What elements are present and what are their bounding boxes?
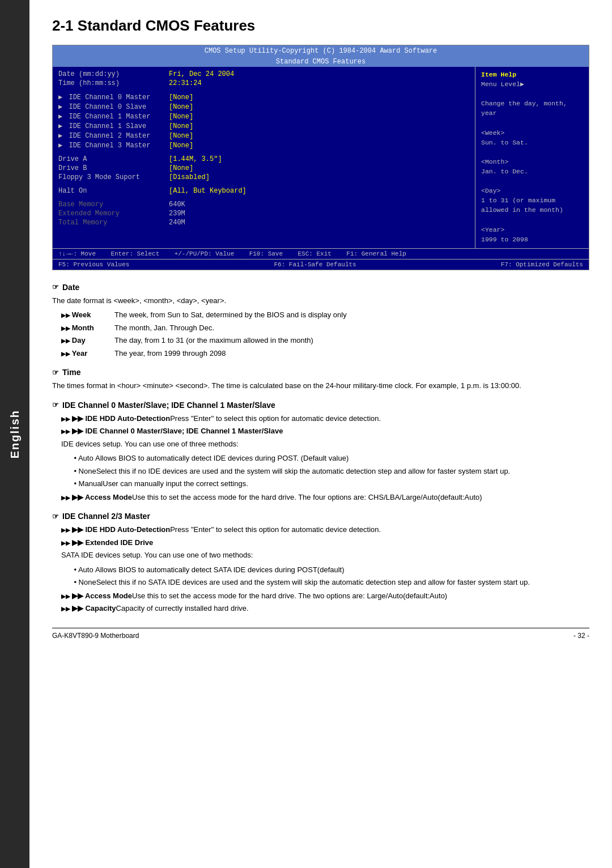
bullet-ide-autodetect-label: ▶▶ IDE HDD Auto-Detection xyxy=(52,413,170,424)
bullet-access-mode-value: Use this to set the access mode for the … xyxy=(132,492,589,503)
page-footer: GA-K8VT890-9 Motherboard - 32 - xyxy=(52,628,589,640)
sub-sata-auto: • Auto Allows BIOS to automatically dete… xyxy=(61,564,589,576)
ide23-desc2: SATA IDE devices setup. You can use one … xyxy=(61,550,589,561)
bios-row: Drive A[1.44M, 3.5"] xyxy=(58,155,469,163)
bullet-day-value: The day, from 1 to 31 (or the maximum al… xyxy=(114,335,589,346)
bios-row-label: Halt On xyxy=(58,187,169,195)
ide01-desc2: IDE devices setup. You can use one of th… xyxy=(61,439,589,450)
bullet-year-value: The year, from 1999 through 2098 xyxy=(114,348,589,359)
bullet-access-mode-ide23: ▶▶ Access Mode Use this to set the acces… xyxy=(52,590,589,602)
bios-row-value: [None] xyxy=(169,122,193,130)
bios-help-line: allowed in the month) xyxy=(481,206,583,215)
bios-f6: F6: Fail-Safe Defaults xyxy=(274,261,356,268)
bullet-access-mode-ide23-value: Use this to set the access mode for the … xyxy=(132,590,589,602)
bios-header: CMOS Setup Utility-Copyright (C) 1984-20… xyxy=(53,45,589,57)
bullet-day-label: Day xyxy=(52,335,114,346)
bios-row-value: Fri, Dec 24 2004 xyxy=(169,70,234,78)
bullet-ide23-autodetect-value: Press "Enter" to select this option for … xyxy=(170,524,589,535)
bios-row-value: [All, But Keyboard] xyxy=(169,187,246,195)
sub-manual: • Manual User can manually input the cor… xyxy=(61,478,589,490)
bios-row: Drive B[None] xyxy=(58,164,469,172)
bios-row-value: [None] xyxy=(169,113,193,121)
footer-left: GA-K8VT890-9 Motherboard xyxy=(52,632,139,640)
bullet-capacity-label: ▶▶ Capacity xyxy=(52,603,116,614)
bullet-month-label: Month xyxy=(52,322,114,334)
ide23-sub-bullets: • Auto Allows BIOS to automatically dete… xyxy=(61,564,589,588)
bios-row: Total Memory240M xyxy=(58,219,469,227)
bios-help-line: Menu Level▶ xyxy=(481,80,583,89)
bios-right-panel: Item HelpMenu Level▶ Change the day, mon… xyxy=(475,67,589,248)
section-time-title: Time xyxy=(52,368,589,377)
sub-sata-none-dot: • None xyxy=(61,577,96,588)
section-time: Time The times format in <hour> <minute>… xyxy=(52,368,589,392)
bios-row-label: Extended Memory xyxy=(58,210,169,218)
bios-row-label: Total Memory xyxy=(58,219,169,227)
bios-arrow-icon: ▶ xyxy=(58,142,66,150)
bios-row-label: ▶ IDE Channel 1 Slave xyxy=(58,122,169,130)
bios-row-value: 240M xyxy=(169,219,185,227)
bullet-extended-ide-label: ▶▶ Extended IDE Drive xyxy=(52,537,153,548)
bullet-week-value: The week, from Sun to Sat, determined by… xyxy=(114,309,589,321)
bios-help-line xyxy=(481,215,583,224)
bios-help-line: 1 to 31 (or maximum xyxy=(481,196,583,205)
bios-row-value: [None] xyxy=(169,142,193,150)
bios-help-line xyxy=(481,148,583,157)
bios-row-label: ▶ IDE Channel 3 Master xyxy=(58,141,169,150)
bullet-year: Year The year, from 1999 through 2098 xyxy=(52,348,589,359)
bios-row: ▶ IDE Channel 3 Master[None] xyxy=(58,141,469,150)
bullet-year-label: Year xyxy=(52,348,114,359)
bios-row: ▶ IDE Channel 0 Slave[None] xyxy=(58,103,469,111)
bios-body: Date (mm:dd:yy)Fri, Dec 24 2004Time (hh:… xyxy=(53,67,589,248)
bios-row-label: ▶ IDE Channel 0 Master xyxy=(58,93,169,101)
bios-row-value: 640K xyxy=(169,201,185,209)
bios-row-value: [None] xyxy=(169,164,193,172)
sidebar-label: English xyxy=(8,410,22,458)
bullet-ide01-sub: ▶▶ IDE Channel 0 Master/Slave; IDE Chann… xyxy=(52,426,589,437)
sub-none-dot: • None xyxy=(61,466,96,477)
bios-row: ▶ IDE Channel 2 Master[None] xyxy=(58,131,469,140)
bios-f7: F7: Optimized Defaults xyxy=(501,261,583,268)
bios-row: Date (mm:dd:yy)Fri, Dec 24 2004 xyxy=(58,70,469,78)
sub-sata-auto-dot: • Auto xyxy=(61,564,95,576)
page-title: 2-1 Standard CMOS Features xyxy=(52,17,589,35)
bullet-ide01-sub-value xyxy=(283,426,589,437)
section-date: Date The date format is <week>, <month>,… xyxy=(52,283,589,359)
bullet-ide-autodetect: ▶▶ IDE HDD Auto-Detection Press "Enter" … xyxy=(52,413,589,424)
bios-help-line xyxy=(481,118,583,127)
bios-row-label: Drive A xyxy=(58,155,169,163)
bios-row-value: 22:31:24 xyxy=(169,79,202,87)
bios-row-label: Date (mm:dd:yy) xyxy=(58,70,169,78)
bios-row-value: [1.44M, 3.5"] xyxy=(169,155,222,163)
sub-manual-value: User can manually input the correct sett… xyxy=(103,478,589,490)
bios-row-label: Drive B xyxy=(58,164,169,172)
bios-arrow-icon: ▶ xyxy=(58,122,66,130)
bullet-week-label: Week xyxy=(52,309,114,321)
bios-row-value: [Disabled] xyxy=(169,173,210,181)
bios-help-line: Jan. to Dec. xyxy=(481,167,583,176)
footer-right: - 32 - xyxy=(573,632,589,640)
bios-footer: ↑↓→←: Move Enter: Select +/-/PU/PD: Valu… xyxy=(53,248,589,259)
bios-help-line: <Year> xyxy=(481,225,583,235)
sub-none-value: Select this if no IDE devices are used a… xyxy=(96,466,589,477)
bios-help-line: Sun. to Sat. xyxy=(481,138,583,147)
sub-none: • None Select this if no IDE devices are… xyxy=(61,466,589,477)
main-content: 2-1 Standard CMOS Features CMOS Setup Ut… xyxy=(29,0,612,657)
bios-arrow-icon: ▶ xyxy=(58,113,66,121)
bios-row-label: ▶ IDE Channel 0 Slave xyxy=(58,103,169,111)
bios-help-line: 1999 to 2098 xyxy=(481,235,583,244)
bios-arrow-icon: ▶ xyxy=(58,93,66,101)
bios-arrow-icon: ▶ xyxy=(58,103,66,111)
sub-auto-value: Allows BIOS to automatically detect IDE … xyxy=(95,453,589,464)
bios-help-line xyxy=(481,177,583,186)
bios-help-line: <Week> xyxy=(481,129,583,138)
bios-row-label: ▶ IDE Channel 1 Master xyxy=(58,112,169,121)
bios-left-panel: Date (mm:dd:yy)Fri, Dec 24 2004Time (hh:… xyxy=(53,67,475,248)
sub-sata-auto-value: Allows BIOS to automatically detect SATA… xyxy=(95,564,589,576)
bios-row: ▶ IDE Channel 0 Master[None] xyxy=(58,93,469,101)
bios-row-value: [None] xyxy=(169,103,193,111)
bullet-extended-ide-value xyxy=(153,537,589,548)
bios-container: CMOS Setup Utility-Copyright (C) 1984-20… xyxy=(52,45,589,270)
bullet-ide23-autodetect-label: ▶▶ IDE HDD Auto-Detection xyxy=(52,524,170,535)
bullet-capacity-value: Capacity of currectly installed hard dri… xyxy=(116,603,589,614)
bios-row-value: [None] xyxy=(169,132,193,140)
